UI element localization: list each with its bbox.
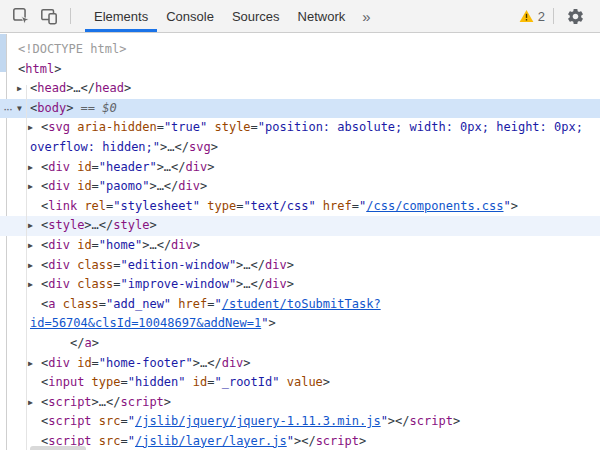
dom-tree-row[interactable]: ▶<div id="home-footer">…</div> xyxy=(0,354,600,374)
dom-text-segment: div xyxy=(48,258,70,272)
resource-link[interactable]: /jslib/layer/layer.js xyxy=(135,434,287,448)
dom-text-segment xyxy=(186,375,193,389)
dom-text-segment: type xyxy=(207,199,236,213)
resource-link[interactable]: /jslib/jquery/jquery-1.11.3.min.js xyxy=(135,414,381,428)
expand-arrow-icon[interactable]: ▶ xyxy=(28,256,41,276)
devtools-window: ElementsConsoleSourcesNetwork » 2 xyxy=(0,0,600,450)
dom-tree-row[interactable]: ▶<svg aria-hidden="true" style="position… xyxy=(0,118,600,138)
dom-text-segment: class xyxy=(77,258,113,272)
dom-tree-row[interactable]: ···▼<body> == $0 xyxy=(0,99,600,119)
dom-text-segment: script xyxy=(48,414,91,428)
expand-arrow-icon[interactable]: ▶ xyxy=(28,354,41,374)
more-tabs-button[interactable]: » xyxy=(354,8,378,25)
dom-text-segment: " xyxy=(128,434,135,448)
dom-tree-row[interactable]: ▶<div class="edition-window">…</div> xyxy=(0,256,600,276)
dom-text-segment: div xyxy=(48,356,70,370)
dom-text-segment: " xyxy=(128,414,135,428)
node-menu-icon[interactable]: ··· xyxy=(3,99,12,119)
dom-text-segment: = xyxy=(121,414,128,428)
expand-arrow-icon[interactable]: ▶ xyxy=(28,158,41,178)
dom-tree-row[interactable]: <link rel="stylesheet" type="text/css" h… xyxy=(0,197,600,217)
dom-tree-row[interactable]: <script src="/jslib/jquery/jquery-1.11.3… xyxy=(0,412,600,432)
dom-text-segment: aria-hidden xyxy=(77,120,156,134)
tab-elements[interactable]: Elements xyxy=(85,0,157,32)
dom-tree-row[interactable]: ▶<style>…</style> xyxy=(0,216,600,236)
dom-text-segment: >…</ xyxy=(142,238,171,252)
dom-text-segment: "home" xyxy=(99,238,142,252)
dom-text-segment: = xyxy=(352,199,359,213)
expand-arrow-icon[interactable]: ▶ xyxy=(28,393,41,413)
tab-sources[interactable]: Sources xyxy=(223,0,289,32)
dom-text-segment: = xyxy=(92,356,99,370)
dom-text-segment: = xyxy=(121,434,128,448)
dom-text-segment: > xyxy=(200,179,207,193)
dom-tree-row[interactable]: <html> xyxy=(0,60,600,80)
dom-text-segment: >…</ xyxy=(193,356,222,370)
collapse-arrow-icon[interactable]: ▼ xyxy=(17,99,30,119)
dom-text-segment: > xyxy=(453,414,460,428)
dom-text-segment: id xyxy=(193,375,207,389)
dom-tree-row[interactable]: </a> xyxy=(0,334,600,354)
dom-tree: <!DOCTYPE html><html>▶<head>…</head>···▼… xyxy=(0,34,600,450)
dom-tree-row[interactable]: ▶<head>…</head> xyxy=(0,79,600,99)
dom-text-segment: id xyxy=(77,238,91,252)
dom-text-segment: a xyxy=(84,336,91,350)
dom-text-segment: script xyxy=(410,414,453,428)
inspect-element-button[interactable] xyxy=(8,3,34,29)
dom-tree-row[interactable]: <a class="add_new" href="/student/toSubm… xyxy=(0,295,600,315)
dom-tree-row[interactable]: ▶<div class="improve-window">…</div> xyxy=(0,275,600,295)
expand-arrow-icon[interactable]: ▶ xyxy=(28,118,41,138)
dom-tree-row[interactable]: <input type="hidden" id="_rootId" value> xyxy=(0,373,600,393)
resource-link[interactable]: id=56704&clsId=10048697&addNew=1 xyxy=(30,316,261,330)
expand-arrow-icon[interactable]: ▶ xyxy=(28,236,41,256)
dom-text-segment: > xyxy=(124,81,131,95)
dom-text-segment: script xyxy=(316,434,359,448)
dom-tree-row[interactable]: <script src="/jslib/layer/layer.js"></sc… xyxy=(0,432,600,450)
dom-text-segment: "edition-window" xyxy=(121,258,237,272)
expand-arrow-icon[interactable]: ▶ xyxy=(28,216,41,236)
dom-text-segment: >…</ xyxy=(66,81,95,95)
dom-text-segment: "position: absolute; width: 0px; height:… xyxy=(258,120,583,134)
dom-tree-row[interactable]: ▶<div id="paomo">…</div> xyxy=(0,177,600,197)
expand-arrow-icon[interactable]: ▶ xyxy=(28,177,41,197)
resource-link[interactable]: /student/toSubmitTask? xyxy=(222,297,381,311)
dom-text-segment xyxy=(92,434,99,448)
dom-text-segment: > xyxy=(164,395,171,409)
dom-text-segment: style xyxy=(113,218,149,232)
dom-tree-row[interactable]: ▶<script>…</script> xyxy=(0,393,600,413)
dom-text-segment: type xyxy=(92,375,121,389)
expand-arrow-icon[interactable]: ▶ xyxy=(17,79,30,99)
device-toolbar-button[interactable] xyxy=(36,3,62,29)
dom-tree-row[interactable]: ▶<div id="home">…</div> xyxy=(0,236,600,256)
dom-text-segment: = xyxy=(121,375,128,389)
dom-text-segment: " xyxy=(504,199,511,213)
tab-console[interactable]: Console xyxy=(157,0,223,32)
dom-text-segment: style xyxy=(48,218,84,232)
dom-text-segment: > xyxy=(193,238,200,252)
dom-text-segment: body xyxy=(37,101,66,115)
dom-text-segment xyxy=(55,297,62,311)
expand-arrow-icon[interactable]: ▶ xyxy=(28,275,41,295)
dom-text-segment: = xyxy=(92,238,99,252)
horizontal-scrollbar-thumb[interactable] xyxy=(30,446,86,450)
dom-tree-row[interactable]: id=56704&clsId=10048697&addNew=1"> xyxy=(0,314,600,334)
dom-text-segment: >…</ xyxy=(149,179,178,193)
dom-text-segment: >…</ xyxy=(84,218,113,232)
dom-text-segment: div xyxy=(48,238,70,252)
dom-tree-row[interactable]: ▶<div id="header">…</div> xyxy=(0,158,600,178)
dom-text-segment: "improve-window" xyxy=(121,277,237,291)
tab-network[interactable]: Network xyxy=(289,0,355,32)
issues-warning-button[interactable]: 2 xyxy=(519,9,545,24)
dom-text-segment: > xyxy=(287,258,294,272)
dom-tree-row[interactable]: overflow: hidden;">…</svg> xyxy=(0,138,600,158)
dom-text-segment: script xyxy=(121,395,164,409)
dom-text-segment: div xyxy=(48,179,70,193)
dom-tree-row[interactable]: <!DOCTYPE html> xyxy=(0,40,600,60)
dom-text-segment: > xyxy=(287,277,294,291)
panel-tabs: ElementsConsoleSourcesNetwork xyxy=(85,0,354,32)
dom-text-segment: rel xyxy=(84,199,106,213)
resource-link[interactable]: /css/components.css xyxy=(366,199,503,213)
toolbar-divider xyxy=(553,8,554,24)
dom-text-segment: href xyxy=(323,199,352,213)
settings-button[interactable] xyxy=(562,3,588,29)
